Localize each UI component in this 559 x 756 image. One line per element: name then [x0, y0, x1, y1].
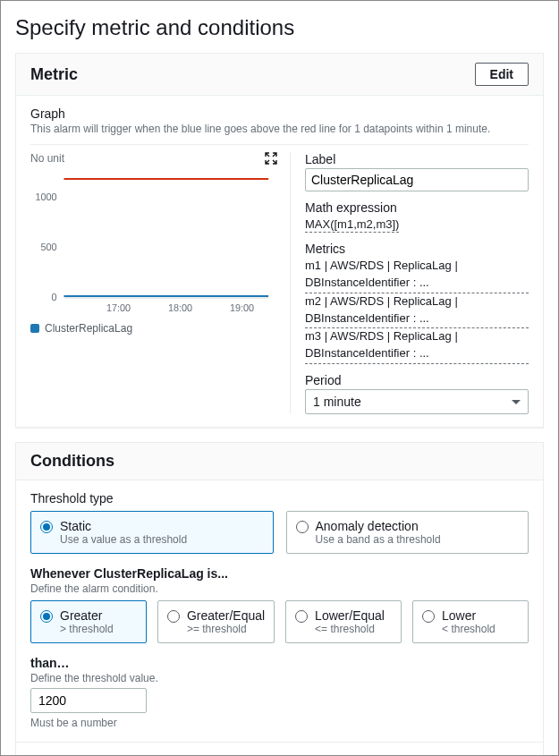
comp-ge-sub: >= threshold	[187, 623, 265, 635]
x-tick-2: 19:00	[230, 302, 254, 313]
y-tick-1: 500	[40, 242, 56, 252]
threshold-anomaly-sub: Use a band as a threshold	[316, 533, 441, 546]
additional-configuration-expander[interactable]: Additional configuration	[16, 742, 543, 756]
than-hint: Define the threshold value.	[30, 672, 529, 684]
comp-lower-title: Lower	[442, 608, 495, 623]
chevron-down-icon	[512, 400, 521, 404]
y-tick-0: 0	[52, 292, 57, 302]
label-input[interactable]	[305, 168, 529, 191]
period-label: Period	[305, 373, 529, 387]
radio-icon	[422, 610, 435, 623]
radio-icon	[296, 521, 309, 533]
expand-icon[interactable]	[265, 152, 277, 165]
conditions-header: Conditions	[16, 443, 543, 480]
threshold-value-input[interactable]	[30, 688, 147, 713]
comparison-lower-equal[interactable]: Lower/Equal <= threshold	[285, 600, 402, 643]
label-field-label: Label	[305, 152, 529, 166]
legend-swatch	[30, 324, 39, 333]
comparison-lower[interactable]: Lower < threshold	[412, 600, 529, 643]
threshold-static-title: Static	[60, 519, 187, 533]
x-tick-1: 18:00	[168, 302, 192, 313]
threshold-static-sub: Use a value as a threshold	[60, 533, 187, 546]
metric-row-2: m3 | AWS/RDS | ReplicaLag | DBInstanceId…	[305, 328, 529, 364]
graph-hint: This alarm will trigger when the blue li…	[30, 123, 529, 135]
conditions-body: Threshold type Static Use a value as a t…	[16, 480, 543, 742]
y-tick-2: 1000	[35, 191, 56, 202]
comp-le-sub: <= threshold	[315, 623, 385, 635]
threshold-anomaly-title: Anomaly detection	[316, 519, 441, 533]
radio-icon	[40, 610, 53, 623]
chart-area: 0 500 1000 17:00 18:00 19:00	[30, 168, 277, 320]
metric-panel: Metric Edit Graph This alarm will trigge…	[15, 53, 544, 428]
radio-icon	[167, 610, 180, 623]
whenever-label: Whenever ClusterReplicaLag is...	[30, 566, 529, 581]
metrics-list: m1 | AWS/RDS | ReplicaLag | DBInstanceId…	[305, 258, 529, 364]
metric-form-column: Label Math expression MAX([m1,m2,m3]) Me…	[290, 152, 529, 414]
comparison-greater-equal[interactable]: Greater/Equal >= threshold	[157, 600, 275, 643]
conditions-panel: Conditions Threshold type Static Use a v…	[15, 442, 544, 756]
math-expression-label: Math expression	[305, 200, 529, 215]
radio-icon	[295, 610, 308, 623]
legend-label: ClusterReplicaLag	[45, 322, 132, 335]
unit-label: No unit	[30, 152, 64, 165]
comp-le-title: Lower/Equal	[315, 608, 385, 623]
metric-panel-body: Graph This alarm will trigger when the b…	[16, 96, 543, 427]
comp-greater-title: Greater	[60, 608, 114, 623]
x-tick-0: 17:00	[106, 302, 131, 313]
legend-item: ClusterReplicaLag	[30, 322, 277, 335]
comp-lower-sub: < threshold	[442, 623, 495, 635]
metric-row-0: m1 | AWS/RDS | ReplicaLag | DBInstanceId…	[305, 258, 529, 293]
comparison-greater[interactable]: Greater > threshold	[30, 600, 147, 643]
than-label: than…	[30, 656, 529, 670]
page-title: Specify metric and conditions	[15, 15, 544, 40]
graph-label: Graph	[30, 106, 529, 121]
edit-button[interactable]: Edit	[475, 63, 529, 86]
comp-ge-title: Greater/Equal	[187, 608, 265, 623]
threshold-option-anomaly[interactable]: Anomaly detection Use a band as a thresh…	[286, 511, 529, 554]
radio-icon	[40, 521, 53, 533]
math-expression-value: MAX([m1,m2,m3])	[305, 217, 399, 233]
chart-column: No unit 0 500 1000	[30, 152, 290, 414]
threshold-option-static[interactable]: Static Use a value as a threshold	[30, 511, 274, 554]
comp-greater-sub: > threshold	[60, 623, 114, 635]
conditions-heading: Conditions	[30, 452, 114, 471]
period-select[interactable]: 1 minute	[305, 389, 529, 414]
metric-panel-header: Metric Edit	[16, 54, 543, 96]
period-value: 1 minute	[313, 395, 361, 409]
metric-row-1: m2 | AWS/RDS | ReplicaLag | DBInstanceId…	[305, 293, 529, 329]
than-post-hint: Must be a number	[30, 717, 529, 729]
metrics-label: Metrics	[305, 242, 529, 256]
threshold-type-label: Threshold type	[30, 491, 529, 505]
whenever-hint: Define the alarm condition.	[30, 582, 529, 595]
metric-heading: Metric	[30, 65, 78, 84]
